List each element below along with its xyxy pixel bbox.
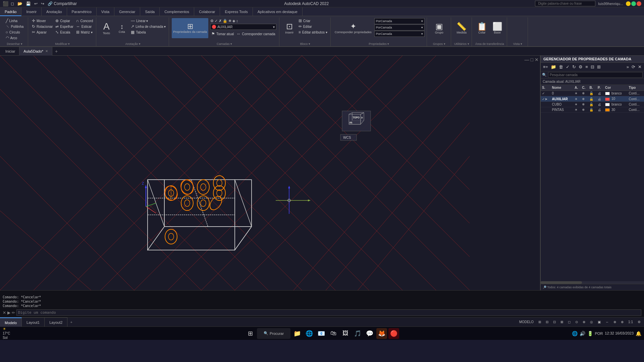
tray-battery[interactable]: 🔋 (587, 331, 593, 336)
status-polar[interactable]: ⊠ (559, 319, 565, 324)
col-plot[interactable]: P. (596, 85, 604, 91)
tab-bottom-layout2[interactable]: Layout2 (45, 317, 67, 327)
status-lw[interactable]: ▣ (596, 319, 602, 324)
status-grid[interactable]: ⊞ (537, 319, 542, 324)
search-input[interactable] (535, 1, 595, 6)
status-dyn[interactable]: ◎ (589, 319, 594, 324)
status-selection[interactable]: ⊕ (620, 319, 625, 324)
layer-row-0[interactable]: ✓ 0 ☀ ❄ 🔓 🖨 branco Contí... (541, 91, 644, 96)
close-btn[interactable] (637, 1, 641, 6)
status-model[interactable]: MODELO (518, 319, 535, 324)
tab-colaborar[interactable]: Colaborar (194, 7, 220, 16)
tray-volume[interactable]: 🔊 (580, 331, 585, 336)
cmd-arrow-icon[interactable]: ▶ (7, 310, 10, 315)
col-frozen[interactable]: C. (581, 85, 588, 91)
layer-cubo-on[interactable]: ☀ (573, 102, 581, 107)
tab-padrao[interactable]: Padrão (0, 7, 21, 16)
btn-editar-bloco[interactable]: ✏Editar (298, 24, 328, 29)
layer-pintas-locked[interactable]: 🔓 (588, 107, 596, 113)
tab-saida[interactable]: Saída (140, 7, 160, 16)
btn-medidas[interactable]: 📏 Medida (454, 18, 469, 38)
taskbar-photos[interactable]: 🖼 (340, 328, 351, 339)
btn-tabela[interactable]: ▦Tabela (130, 29, 167, 35)
tab-aplicativos[interactable]: Aplicativos em destaque (253, 7, 303, 16)
col-name[interactable]: Nome (550, 85, 573, 91)
btn-copiar[interactable]: ⊕Copiar (54, 18, 74, 23)
save-btn[interactable]: 💾 (25, 1, 32, 6)
tab-add-btn[interactable]: + (52, 49, 60, 54)
btn-polilinha[interactable]: ⟍Polilinha (5, 24, 25, 29)
btn-corresponder-camada[interactable]: ↔Corresponder camada (235, 31, 276, 37)
layer-pintas-plot[interactable]: 🖨 (596, 107, 604, 113)
btn-rotacionar[interactable]: ↻Rotacionar (31, 24, 54, 29)
btn-propriedades-camada[interactable]: ⊞ Propriedades da camada (172, 18, 208, 38)
status-osnap[interactable]: ◻ (567, 319, 572, 324)
taskbar-browser[interactable]: 🌐 (304, 328, 315, 339)
props-dd-2[interactable]: PorCamada▾ (374, 24, 425, 31)
btn-criar-bloco[interactable]: ⊞Criar (298, 18, 328, 23)
new-btn[interactable]: ◻ (10, 1, 15, 6)
status-ducs[interactable]: ⊗ (581, 319, 587, 324)
tab-complementos[interactable]: Complementos (160, 7, 194, 16)
lp-panel-right[interactable]: » (626, 64, 630, 70)
lp-new-layer-vp[interactable]: 📁 (550, 64, 557, 70)
layer-row-cubo[interactable]: CUBO ☀ ❄ 🔓 🖨 branco Contí... (541, 102, 644, 107)
cmd-close-icon[interactable]: ✕ (3, 310, 6, 315)
layer-cubo-plot[interactable]: 🖨 (596, 102, 604, 107)
layer-cubo-color[interactable]: branco (604, 102, 627, 107)
layer-row-auxiliar[interactable]: ✓➤ AUXILIAR ☀ ❄ 🔓 🖨 10 Contí... (541, 96, 644, 102)
taskbar-files[interactable]: 📁 (292, 328, 303, 339)
btn-editar-atributos[interactable]: ≡Editar atributos ▾ (298, 29, 328, 35)
tab-inserir[interactable]: Inserir (21, 7, 42, 16)
layer-aux-locked[interactable]: 🔓 (588, 96, 596, 102)
open-btn[interactable]: 📂 (16, 1, 23, 6)
lp-sync[interactable]: ⟳ (631, 64, 636, 70)
taskbar-clock[interactable]: 12:32 16/03/2023 (605, 331, 634, 336)
status-ortho[interactable]: ⊡ (552, 319, 557, 324)
btn-esticar[interactable]: ↔Esticar (75, 24, 94, 29)
layer-aux-plot[interactable]: 🖨 (596, 96, 604, 102)
btn-circulo[interactable]: ○Círculo (5, 29, 25, 35)
tab-gerenciar[interactable]: Gerenciar (114, 7, 140, 16)
btn-espelhar[interactable]: ⇌Espelhar (54, 24, 74, 29)
col-status[interactable]: S. (541, 85, 550, 91)
col-locked[interactable]: B. (588, 85, 596, 91)
tray-notification[interactable]: 🔔 (636, 331, 641, 336)
props-dd-3[interactable]: PorCamada▾ (374, 31, 425, 37)
layer-cubo-frozen[interactable]: ❄ (581, 102, 588, 107)
layer-row-pintas[interactable]: PINTAS ☀ ❄ 🔓 🖨 30 Contí... (541, 107, 644, 113)
lp-settings[interactable]: ⚙ (578, 64, 584, 70)
col-on[interactable]: A. (573, 85, 581, 91)
tab-anotacao[interactable]: Anotação (42, 7, 67, 16)
viewport[interactable]: [-][Vista personalizada][Estrutura de ar… (0, 56, 540, 290)
btn-grupo[interactable]: ▣ Grupo (432, 18, 446, 38)
layer-selector[interactable]: AUXILIAR ▾ (210, 24, 276, 30)
taskbar-weather[interactable]: ☀17°C Sol (3, 328, 13, 339)
layer-0-plot[interactable]: 🖨 (596, 91, 604, 96)
tab-parametrico[interactable]: Paramétrico (67, 7, 97, 16)
props-dd-1[interactable]: PorCamada▾ (374, 18, 425, 24)
status-qp[interactable]: ⊕ (612, 319, 618, 324)
btn-arco[interactable]: ◠Arco (5, 35, 25, 41)
col-linetype[interactable]: Tipo (628, 85, 644, 91)
tab-aula5dado[interactable]: Aula5Dado* ✕ (19, 47, 52, 56)
taskbar-start[interactable]: ⊞ (245, 328, 256, 339)
minimize-btn[interactable] (626, 1, 631, 6)
lp-delete-layer[interactable]: 🗑 (558, 64, 564, 70)
taskbar-autocad[interactable]: 🔴 (388, 328, 399, 339)
cmd-pen-icon[interactable]: ✏ (12, 310, 15, 315)
layer-aux-color[interactable]: 10 (604, 96, 627, 102)
share-btn[interactable]: 🔗 Compartilhar (47, 1, 78, 6)
taskbar-discord[interactable]: 💬 (364, 328, 375, 339)
layer-pintas-on[interactable]: ☀ (573, 107, 581, 113)
status-settings[interactable]: ⚙ (636, 319, 642, 324)
taskbar-store[interactable]: 🛍 (328, 328, 339, 339)
tray-network[interactable]: 🌐 (572, 331, 578, 336)
btn-base[interactable]: ⬜ Base (490, 18, 505, 38)
status-transparency[interactable]: ↔ (604, 319, 610, 324)
undo-btn[interactable]: ↩ (33, 1, 39, 6)
btn-linha[interactable]: ╱Linha (5, 18, 25, 23)
btn-mover[interactable]: ✛Mover (31, 18, 54, 23)
viewport-restore[interactable]: □ (531, 57, 533, 62)
tab-bottom-layout1[interactable]: Layout1 (22, 317, 45, 327)
